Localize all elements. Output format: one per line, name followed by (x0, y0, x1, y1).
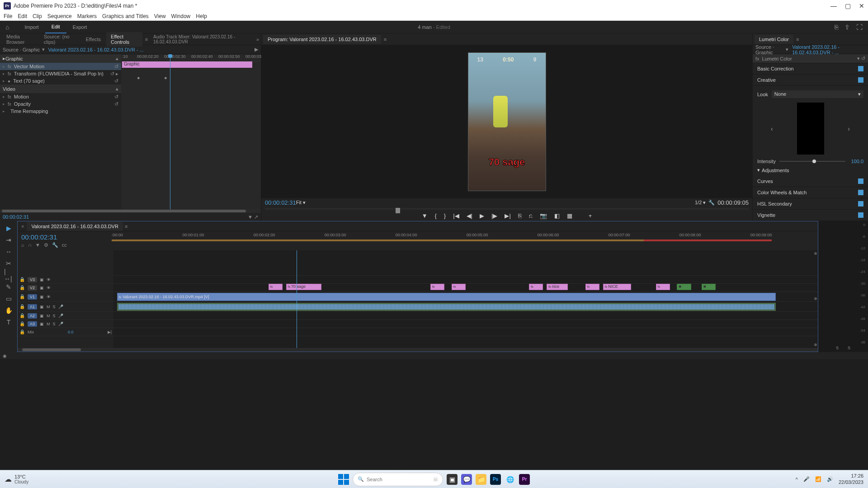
export-frame-icon[interactable]: 📷 (540, 212, 547, 219)
lum-wheels-match[interactable]: Color Wheels & Match (753, 187, 868, 198)
marker-icon[interactable]: ▼ (35, 242, 40, 248)
zoom-handle-top[interactable] (814, 252, 817, 255)
safe-margins-icon[interactable]: ▦ (567, 212, 572, 219)
timeline-playhead[interactable] (297, 250, 297, 348)
tab-media-browser[interactable]: Media Browser (2, 32, 38, 47)
ec-timecode[interactable]: 00:00:02:31 (3, 214, 29, 220)
go-to-in-icon[interactable]: |◀ (453, 212, 459, 219)
lift-icon[interactable]: ⎘ (518, 212, 522, 219)
menu-file[interactable]: File (4, 13, 12, 19)
linked-icon[interactable]: ∩ (28, 242, 32, 248)
panel-menu-icon[interactable]: ≡ (145, 37, 148, 42)
settings-icon[interactable]: ⚙ (44, 242, 48, 248)
ec-transform[interactable]: Transform (FLOWMEDIA - Small Pop In) (14, 71, 104, 76)
intensity-slider[interactable] (779, 161, 845, 162)
wrench-icon[interactable]: 🔧 (52, 242, 58, 248)
volume-icon[interactable]: 🔊 (827, 476, 833, 482)
menu-help[interactable]: Help (196, 13, 207, 19)
ec-vector-motion[interactable]: Vector Motion (14, 64, 44, 69)
menu-window[interactable]: Window (171, 13, 191, 19)
track-select-tool-icon[interactable]: ⇥ (4, 235, 13, 244)
ec-source-link[interactable]: Valorant 2023.02.16 - 16.02.43.03.DVR - … (48, 47, 144, 52)
creative-check[interactable] (858, 77, 863, 83)
menu-markers[interactable]: Markers (77, 13, 97, 19)
mark-in-icon[interactable]: { (435, 212, 437, 219)
slip-tool-icon[interactable]: |↔| (4, 271, 13, 280)
lumetri-effect-select[interactable]: Lumetri Color (762, 56, 792, 61)
nav-import[interactable]: Import (18, 21, 45, 33)
timeline-ruler[interactable]: :00:00 00:00:01:00 00:00:02:00 00:00:03:… (108, 231, 818, 250)
zoom-dropdown[interactable]: 1/2 (695, 200, 702, 205)
ec-graphic-clip[interactable]: Graphic (122, 61, 252, 68)
nav-edit[interactable]: Edit (45, 21, 66, 33)
mark-out-icon[interactable]: } (444, 212, 446, 219)
clip-v2-5[interactable]: fx (529, 284, 543, 290)
play-icon[interactable]: ▶ (480, 212, 484, 219)
program-scrubber[interactable] (265, 208, 749, 210)
timeline-content[interactable]: fx fx 70 sage fx fx fx fx nice fx fx NIC… (113, 250, 818, 348)
look-dropdown[interactable]: None▾ (772, 90, 863, 98)
ec-playhead[interactable] (170, 54, 170, 209)
clip-70sage[interactable]: fx 70 sage (286, 284, 321, 290)
tab-program[interactable]: Program: Valorant 2023.02.16 - 16.02.43.… (263, 35, 381, 44)
maximize-button[interactable]: ▢ (845, 2, 851, 9)
add-marker-icon[interactable]: ▼ (422, 212, 428, 219)
lum-basic-correction[interactable]: Basic Correction (753, 63, 868, 75)
pen-tool-icon[interactable]: ✎ (4, 282, 13, 291)
tab-effect-controls[interactable]: Effect Controls (106, 32, 142, 47)
button-editor-icon[interactable]: + (589, 212, 592, 219)
basic-check[interactable] (858, 66, 863, 71)
menu-clip[interactable]: Clip (33, 13, 42, 19)
lum-vignette[interactable]: Vignette (753, 210, 868, 221)
track-a1[interactable]: A1 (28, 304, 37, 310)
ec-text[interactable]: Text (70 sage) (13, 78, 45, 84)
cc-icon[interactable]: cc (62, 242, 67, 248)
clip-v2-4[interactable]: fx (452, 284, 466, 290)
program-viewer[interactable]: 13 0:50 9 70 sage (261, 45, 752, 198)
tab-effects[interactable]: Effects (81, 35, 105, 44)
track-v2[interactable]: V2 (28, 285, 37, 291)
prev-look-icon[interactable]: ‹ (771, 125, 773, 132)
wifi-icon[interactable]: 📶 (815, 476, 821, 482)
selection-tool-icon[interactable]: ▶ (4, 224, 13, 233)
share-icon[interactable]: ⇪ (844, 23, 850, 31)
timeline-timecode[interactable]: 00:00:02:31 (21, 233, 104, 241)
wrench-icon[interactable]: 🔧 (708, 200, 715, 206)
ec-opacity[interactable]: Opacity (14, 101, 31, 107)
go-to-out-icon[interactable]: ▶| (505, 212, 510, 219)
track-a3[interactable]: A3 (28, 321, 37, 327)
step-back-icon[interactable]: ◀| (467, 212, 472, 219)
search-box[interactable]: 🔍Search🏛 (353, 473, 443, 486)
ec-play-icon[interactable]: ▶ (255, 47, 258, 52)
minimize-button[interactable]: — (830, 2, 837, 9)
timeline-scrollbar[interactable] (18, 348, 818, 352)
ec-motion[interactable]: Motion (14, 94, 29, 99)
lum-hsl[interactable]: HSL Secondary (753, 198, 868, 210)
mic-icon[interactable]: 🎤 (803, 476, 810, 482)
clip-v2-3[interactable]: fx (430, 284, 444, 290)
ripple-tool-icon[interactable]: ↔ (4, 247, 13, 256)
quick-export-icon[interactable]: ⎘ (835, 23, 838, 31)
ec-filter-icon[interactable]: ▼ ↗ (248, 214, 258, 220)
zoom-handle-mid[interactable] (814, 297, 817, 300)
chevron-up-icon[interactable]: ^ (796, 477, 798, 482)
weather-widget[interactable]: ☁ 13°CCloudy (0, 474, 33, 484)
explorer-icon[interactable]: 📁 (476, 474, 486, 485)
clock[interactable]: 17:2622/03/2023 (839, 473, 863, 485)
hand-tool-icon[interactable]: ✋ (4, 306, 13, 315)
type-tool-icon[interactable]: T (4, 318, 13, 327)
track-a2[interactable]: A2 (28, 313, 37, 319)
ec-time-remap[interactable]: Time Remapping (10, 108, 48, 114)
tab-source[interactable]: Source: (no clips) (39, 32, 80, 47)
task-view-icon[interactable]: ▣ (447, 474, 458, 485)
chat-icon[interactable]: 💬 (461, 474, 472, 485)
ec-section-video[interactable]: Video (3, 86, 15, 92)
solo-right[interactable]: S (848, 346, 850, 350)
premiere-icon[interactable]: Pr (519, 474, 530, 485)
tl-menu-icon[interactable]: ≡ (125, 224, 127, 229)
home-icon[interactable]: ⌂ (5, 23, 9, 31)
photoshop-icon[interactable]: Ps (490, 474, 501, 485)
clip-v2-10[interactable]: ■ (677, 284, 691, 290)
menu-graphics[interactable]: Graphics and Titles (102, 13, 149, 19)
nav-export[interactable]: Export (66, 21, 94, 33)
